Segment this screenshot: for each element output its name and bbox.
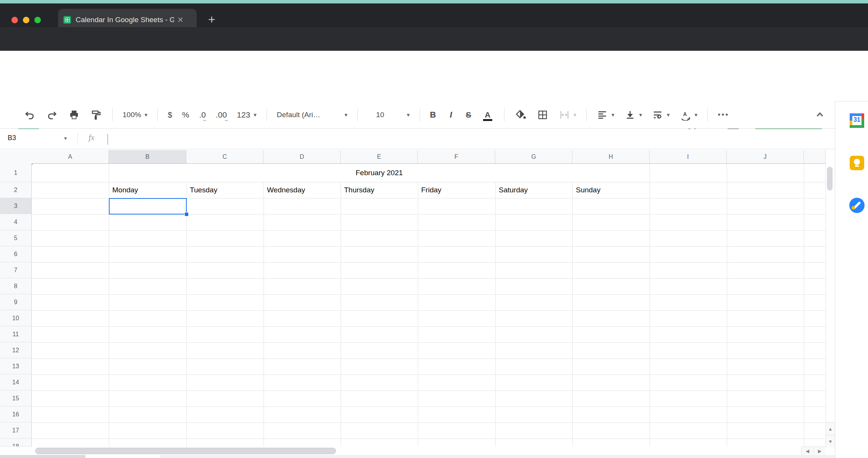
vertical-align-button[interactable] [624, 109, 642, 121]
scroll-right-button[interactable]: ▶ [813, 447, 826, 455]
sheets-favicon-icon [63, 16, 71, 24]
undo-button[interactable] [24, 109, 36, 121]
scroll-left-button[interactable]: ◀ [801, 447, 813, 455]
column-header-partial[interactable] [804, 150, 826, 164]
borders-button[interactable] [537, 109, 549, 121]
row-header-8[interactable]: 8 [0, 278, 32, 294]
row-header-17[interactable]: 17 [0, 423, 32, 439]
text-wrapping-button[interactable] [652, 109, 670, 121]
row-header-9[interactable]: 9 [0, 294, 32, 310]
toolbar-divider [357, 108, 358, 121]
hide-menus-chevron[interactable] [813, 108, 826, 121]
strikethrough-button[interactable]: S [466, 110, 471, 119]
bottom-bar-segment [160, 455, 835, 458]
more-formats-button[interactable]: 123 [237, 110, 257, 119]
vertical-scrollbar-thumb[interactable] [827, 167, 832, 190]
row-header-2[interactable]: 2 [0, 182, 32, 198]
cell-H2-day[interactable]: Sunday [576, 182, 650, 198]
column-header-G[interactable]: G [495, 150, 572, 164]
font-family-select[interactable]: Default (Ari… [277, 111, 348, 119]
grid-line [495, 182, 496, 447]
window-zoom-button[interactable] [34, 17, 41, 23]
toolbar-divider [420, 108, 420, 121]
more-toolbar-button[interactable]: ••• [718, 110, 729, 119]
google-keep-icon[interactable] [850, 156, 864, 170]
name-box-caret-icon[interactable]: ▾ [64, 135, 67, 141]
font-size-select[interactable]: 10 [368, 111, 410, 119]
google-calendar-icon[interactable]: 31 [850, 113, 864, 128]
name-box[interactable]: B3 [8, 134, 16, 142]
new-tab-button[interactable]: + [208, 13, 215, 26]
horizontal-scrollbar-thumb[interactable] [35, 448, 336, 454]
column-header-J[interactable]: J [727, 150, 804, 164]
zoom-select[interactable]: 100% [123, 111, 147, 119]
decrease-decimal-button[interactable]: .0 [199, 110, 206, 119]
selected-cell-B3[interactable] [109, 198, 187, 214]
increase-decimal-button[interactable]: .00 [216, 110, 227, 119]
column-header-A[interactable]: A [32, 150, 109, 164]
app-header: Calendar In Google Sheets ☆ File Edit Vi… [0, 51, 868, 101]
row-header-14[interactable]: 14 [0, 374, 32, 390]
cell-D2-day[interactable]: Wednesday [267, 182, 341, 198]
google-tasks-icon[interactable] [849, 198, 865, 213]
toolbar: 100% $ % .0 .00 123 Default (Ari… 10 B I… [0, 101, 835, 129]
fill-handle[interactable] [184, 212, 189, 216]
row-header-1[interactable]: 1 [0, 164, 32, 182]
grid-line [186, 182, 187, 447]
cell-F2-day[interactable]: Friday [421, 182, 495, 198]
row-header-16[interactable]: 16 [0, 406, 32, 423]
scroll-up-button[interactable]: ▲ [826, 422, 835, 435]
column-header-C[interactable]: C [186, 150, 263, 164]
italic-button[interactable]: I [446, 110, 456, 120]
cell-G2-day[interactable]: Saturday [499, 182, 572, 198]
font-family-value: Default (Ari… [277, 111, 320, 119]
browser-tab-bar: Calendar In Google Sheets - G ✕ + [0, 3, 868, 27]
merged-cell-month-title[interactable]: February 2021 [109, 164, 650, 182]
row-header-15[interactable]: 15 [0, 390, 32, 406]
column-header-F[interactable]: F [418, 150, 495, 164]
grid-line [32, 326, 826, 327]
tab-close-icon[interactable]: ✕ [177, 15, 184, 24]
row-header-4[interactable]: 4 [0, 214, 32, 230]
grid-line [826, 164, 826, 447]
cell-C2-day[interactable]: Tuesday [190, 182, 263, 198]
print-button[interactable] [68, 109, 80, 121]
horizontal-align-button[interactable] [596, 109, 614, 121]
formula-input[interactable] [115, 129, 835, 149]
merge-cells-button [559, 109, 577, 121]
text-color-button[interactable]: A [481, 110, 494, 119]
row-header-11[interactable]: 11 [0, 326, 32, 342]
column-header-H[interactable]: H [572, 150, 650, 164]
row-header-3[interactable]: 3 [0, 198, 32, 214]
paint-format-button[interactable] [90, 109, 102, 121]
row-header-6[interactable]: 6 [0, 246, 32, 262]
select-all-corner[interactable] [0, 150, 33, 165]
toolbar-divider [504, 108, 504, 121]
row-header-5[interactable]: 5 [0, 230, 32, 246]
column-header-E[interactable]: E [341, 150, 418, 164]
row-header-12[interactable]: 12 [0, 342, 32, 358]
format-currency-button[interactable]: $ [168, 110, 172, 119]
formula-bar-divider [78, 133, 78, 145]
cell-B2-day[interactable]: Monday [112, 182, 186, 198]
bottom-bar-segment [0, 455, 86, 458]
row-header-18[interactable]: 18 [0, 439, 32, 447]
column-header-D[interactable]: D [263, 150, 341, 164]
row-header-7[interactable]: 7 [0, 262, 32, 278]
row-header-10[interactable]: 10 [0, 310, 32, 326]
row-header-13[interactable]: 13 [0, 358, 32, 374]
window-minimize-button[interactable] [23, 17, 29, 23]
bold-button[interactable]: B [430, 110, 436, 120]
redo-button[interactable] [46, 109, 58, 121]
column-header-I[interactable]: I [650, 150, 727, 164]
grid-line [418, 182, 418, 447]
window-close-button[interactable] [11, 17, 18, 23]
format-percent-button[interactable]: % [182, 110, 189, 119]
cell-E2-day[interactable]: Thursday [344, 182, 418, 198]
column-header-B[interactable]: B [109, 150, 186, 164]
grid-line [32, 439, 826, 439]
text-rotation-button[interactable]: A [680, 109, 698, 121]
fill-color-button[interactable] [514, 109, 527, 121]
scroll-down-button[interactable]: ▼ [826, 435, 835, 447]
formula-input-cursor [107, 134, 108, 145]
